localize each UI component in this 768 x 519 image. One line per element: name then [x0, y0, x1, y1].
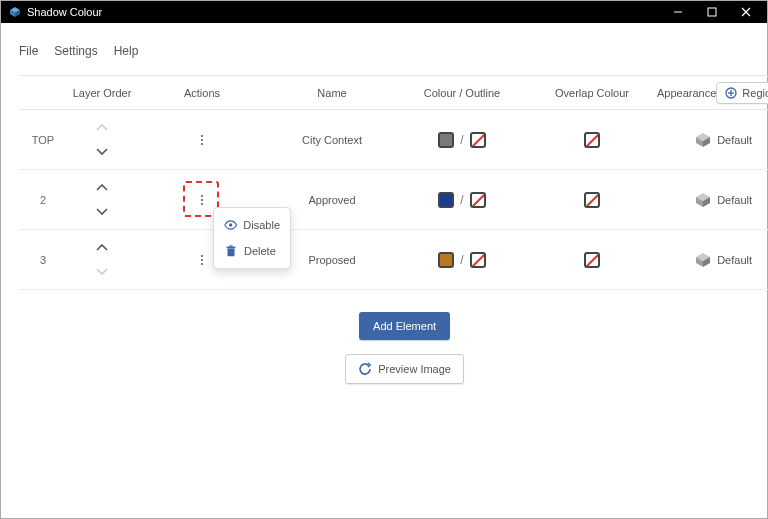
minimize-button[interactable]	[661, 1, 695, 23]
svg-rect-18	[227, 246, 236, 248]
appearance-label[interactable]: Default	[717, 194, 752, 206]
slash: /	[460, 253, 463, 267]
row-name: Approved	[267, 194, 397, 206]
menu-bar: File Settings Help 1.8.0	[19, 35, 768, 67]
col-name: Name	[267, 87, 397, 99]
outline-swatch[interactable]	[470, 252, 486, 268]
table-header: Layer Order Actions Name Colour / Outlin…	[19, 76, 768, 110]
menu-file[interactable]: File	[19, 44, 38, 58]
add-region-button[interactable]: Region	[716, 82, 768, 104]
trash-icon	[224, 244, 238, 258]
svg-rect-17	[228, 248, 235, 256]
row-rank: 3	[19, 254, 67, 266]
title-text: Shadow Colour	[27, 6, 102, 18]
outline-swatch[interactable]	[470, 132, 486, 148]
move-down-button[interactable]	[95, 147, 109, 157]
app-window: Shadow Colour File Settings Help 1.8.0	[0, 0, 768, 519]
app-icon	[9, 6, 21, 18]
row-name: City Context	[267, 134, 397, 146]
row-actions-button[interactable]	[191, 249, 213, 271]
popover-delete[interactable]: Delete	[214, 238, 290, 264]
row-rank: TOP	[19, 134, 67, 146]
col-colour-outline: Colour / Outline	[397, 87, 527, 99]
cube-icon	[695, 132, 711, 148]
colour-swatch[interactable]	[438, 132, 454, 148]
svg-point-16	[229, 223, 232, 226]
overlap-swatch[interactable]	[584, 252, 600, 268]
move-up-button[interactable]	[95, 183, 109, 193]
move-down-button	[95, 267, 109, 277]
appearance-label[interactable]: Default	[717, 134, 752, 146]
close-button[interactable]	[729, 1, 763, 23]
layer-table: Layer Order Actions Name Colour / Outlin…	[19, 75, 768, 290]
menu-help[interactable]: Help	[114, 44, 139, 58]
actions-popover: Disable Delete	[213, 207, 291, 269]
preview-image-button[interactable]: Preview Image	[345, 354, 464, 384]
table-row: 2 Disable	[19, 170, 768, 230]
appearance-label[interactable]: Default	[717, 254, 752, 266]
footer-buttons: Add Element Preview Image	[19, 312, 768, 384]
popover-delete-label: Delete	[244, 245, 276, 257]
col-overlap: Overlap Colour	[527, 87, 657, 99]
col-appearance: Appearance	[657, 87, 716, 99]
title-bar: Shadow Colour	[1, 1, 767, 23]
colour-swatch[interactable]	[438, 192, 454, 208]
col-layer-order: Layer Order	[67, 87, 137, 99]
overlap-swatch[interactable]	[584, 192, 600, 208]
maximize-button[interactable]	[695, 1, 729, 23]
popover-disable-label: Disable	[243, 219, 280, 231]
svg-rect-19	[229, 245, 233, 246]
slash: /	[460, 193, 463, 207]
plus-circle-icon	[725, 87, 737, 99]
svg-rect-4	[708, 8, 716, 16]
table-row: TOP City Context /	[19, 110, 768, 170]
row-rank: 2	[19, 194, 67, 206]
table-row: 3 Proposed /	[19, 230, 768, 290]
slash: /	[460, 133, 463, 147]
colour-swatch[interactable]	[438, 252, 454, 268]
region-label: Region	[742, 87, 768, 99]
row-actions-button[interactable]	[191, 129, 213, 151]
outline-swatch[interactable]	[470, 192, 486, 208]
move-up-button	[95, 123, 109, 133]
cube-icon	[695, 252, 711, 268]
title: Shadow Colour	[9, 6, 102, 18]
overlap-swatch[interactable]	[584, 132, 600, 148]
move-up-button[interactable]	[95, 243, 109, 253]
eye-icon	[224, 218, 237, 232]
popover-disable[interactable]: Disable	[214, 212, 290, 238]
cube-icon	[695, 192, 711, 208]
col-actions: Actions	[137, 87, 267, 99]
menu-settings[interactable]: Settings	[54, 44, 97, 58]
refresh-icon	[358, 362, 372, 376]
move-down-button[interactable]	[95, 207, 109, 217]
preview-label: Preview Image	[378, 363, 451, 375]
add-element-button[interactable]: Add Element	[359, 312, 450, 340]
